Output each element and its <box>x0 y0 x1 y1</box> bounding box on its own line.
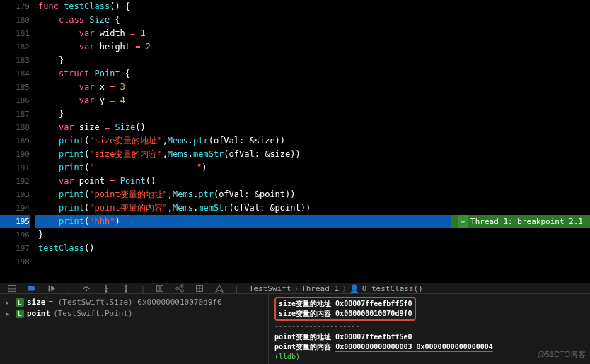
console-highlight-box: size变量的地址 0x00007ffeefbff5f0 size变量的内容 0… <box>274 297 416 321</box>
frame-crumb[interactable]: 0 testClass() <box>362 284 423 293</box>
view-debug-icon[interactable] <box>155 283 165 293</box>
line-number[interactable]: 192 <box>0 175 30 188</box>
variable-value: (TestSwift.Point) <box>53 308 133 319</box>
code-line[interactable]: var y = 4 <box>35 94 590 107</box>
code-line[interactable]: struct Point { <box>35 67 590 81</box>
line-number[interactable]: 191 <box>0 161 30 175</box>
hamburger-icon: ≡ <box>458 215 468 228</box>
variable-row[interactable]: ▶Lsize = (TestSwift.Size) 0x000000010070… <box>6 297 262 308</box>
line-number[interactable]: 184 <box>0 67 30 81</box>
disclosure-triangle-icon[interactable]: ▶ <box>6 297 13 308</box>
memory-graph-icon[interactable] <box>175 283 185 293</box>
thread-crumb[interactable]: Thread 1 <box>301 284 339 293</box>
console-line: size变量的内容 0x000000010070d9f0 <box>279 309 412 319</box>
line-number-gutter: 1791801811821831841851861871881891901911… <box>0 0 35 283</box>
line-number[interactable]: 185 <box>0 81 30 94</box>
line-number[interactable]: 186 <box>0 94 30 107</box>
svg-point-12 <box>181 290 184 293</box>
variable-badge-icon: L <box>16 298 24 307</box>
code-line[interactable]: var width = 1 <box>35 27 590 40</box>
line-number[interactable]: 181 <box>0 27 30 40</box>
console-line: size变量的地址 0x00007ffeefbff5f0 <box>279 299 412 309</box>
code-line[interactable]: print("size变量的内容",Mems.memStr(ofVal: &si… <box>35 148 590 161</box>
svg-point-7 <box>125 290 127 293</box>
code-editor[interactable]: 1791801811821831841851861871881891901911… <box>0 0 590 283</box>
code-line[interactable]: print("--------------------") <box>35 161 590 175</box>
svg-rect-8 <box>157 286 160 292</box>
step-into-icon[interactable] <box>101 283 111 293</box>
code-line[interactable]: class Size { <box>35 13 590 27</box>
code-line[interactable]: print("point变量的内容",Mems.memStr(ofVal: &p… <box>35 201 590 215</box>
line-number[interactable]: 183 <box>0 54 30 67</box>
line-number[interactable]: 198 <box>0 255 30 269</box>
line-number[interactable]: 194 <box>0 201 30 215</box>
svg-line-13 <box>179 286 182 289</box>
chevron-icon: ⟩ <box>342 284 347 293</box>
code-line[interactable]: var height = 2 <box>35 40 590 54</box>
code-line[interactable]: } <box>35 228 590 242</box>
continue-icon[interactable] <box>47 283 57 293</box>
svg-rect-2 <box>49 286 50 292</box>
svg-rect-9 <box>161 286 163 292</box>
hide-debug-icon[interactable] <box>7 283 17 293</box>
svg-line-14 <box>179 288 182 291</box>
code-line[interactable]: print("point变量的地址",Mems.ptr(ofVal: &poin… <box>35 188 590 201</box>
code-line[interactable]: print("hhh")≡Thread 1: breakpoint 2.1 <box>35 215 590 228</box>
code-area[interactable]: func testClass() { class Size { var widt… <box>35 0 590 283</box>
project-crumb[interactable]: TestSwift <box>249 284 291 293</box>
chevron-icon: ⟩ <box>294 284 299 293</box>
code-line[interactable]: var point = Point() <box>35 175 590 188</box>
debug-breadcrumbs[interactable]: TestSwift ⟩ Thread 1 ⟩ 👤 0 testClass() <box>249 284 423 293</box>
code-line[interactable]: testClass() <box>35 242 590 255</box>
variables-view[interactable]: ▶Lsize = (TestSwift.Size) 0x000000010070… <box>0 294 269 364</box>
svg-point-5 <box>105 290 107 293</box>
variable-name: size <box>27 297 46 308</box>
line-number[interactable]: 196 <box>0 228 30 242</box>
environment-icon[interactable] <box>195 283 204 293</box>
line-number[interactable]: 188 <box>0 121 30 134</box>
line-number[interactable]: 182 <box>0 40 30 54</box>
breakpoint-badge: ≡Thread 1: breakpoint 2.1 <box>451 215 590 228</box>
svg-point-3 <box>85 289 87 291</box>
svg-rect-0 <box>8 286 16 292</box>
line-number[interactable]: 197 <box>0 242 30 255</box>
code-line[interactable]: var x = 3 <box>35 81 590 94</box>
step-out-icon[interactable] <box>121 283 131 293</box>
line-number[interactable]: 180 <box>0 13 30 27</box>
code-line[interactable] <box>35 255 590 269</box>
breakpoint-toggle-icon[interactable] <box>27 283 37 293</box>
debug-panel: | | | TestSwift ⟩ Thread 1 ⟩ 👤 0 testCla… <box>0 283 590 364</box>
variable-value: = (TestSwift.Size) 0x000000010070d9f0 <box>49 297 222 308</box>
variable-name: point <box>27 308 50 319</box>
line-number[interactable]: 195 <box>0 215 30 228</box>
line-number[interactable]: 190 <box>0 148 30 161</box>
code-line[interactable]: func testClass() { <box>35 0 590 13</box>
watermark: @51CTO博客 <box>538 349 586 360</box>
svg-point-10 <box>176 287 179 290</box>
variable-badge-icon: L <box>16 310 24 318</box>
line-number[interactable]: 193 <box>0 188 30 201</box>
person-icon: 👤 <box>349 284 359 293</box>
code-line[interactable]: } <box>35 54 590 67</box>
code-line[interactable]: var size = Size() <box>35 121 590 134</box>
disclosure-triangle-icon[interactable]: ▶ <box>6 308 13 319</box>
debug-toolbar: | | | TestSwift ⟩ Thread 1 ⟩ 👤 0 testCla… <box>0 283 590 294</box>
line-number[interactable]: 179 <box>0 0 30 13</box>
code-line[interactable]: } <box>35 107 590 121</box>
variable-row[interactable]: ▶Lpoint (TestSwift.Point) <box>6 308 262 319</box>
console-line: -------------------- <box>274 322 584 331</box>
console-line: point变量的地址 0x00007ffeefbff5e0 <box>274 332 584 342</box>
svg-point-11 <box>181 285 184 288</box>
line-number[interactable]: 187 <box>0 107 30 121</box>
location-icon[interactable] <box>214 283 224 293</box>
code-line[interactable]: print("size变量的地址",Mems.ptr(ofVal: &size)… <box>35 134 590 148</box>
step-over-icon[interactable] <box>81 283 91 293</box>
line-number[interactable]: 189 <box>0 134 30 148</box>
